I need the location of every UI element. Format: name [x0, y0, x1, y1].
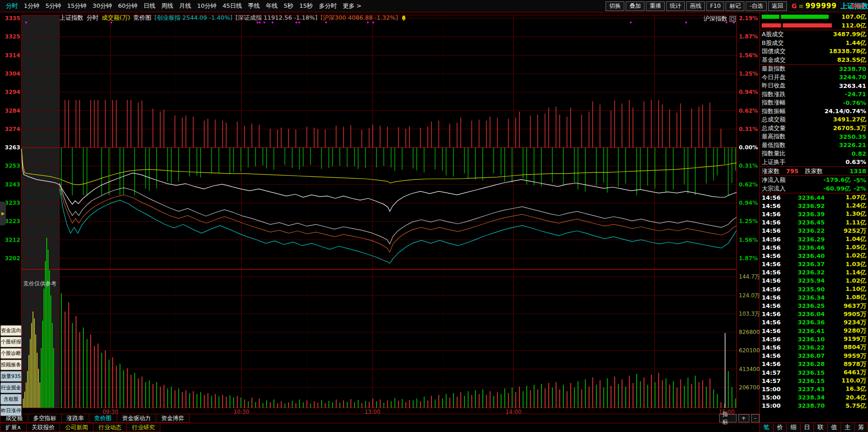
info-tab-4[interactable]: 行业研究	[127, 423, 160, 432]
advancers-count: 795	[786, 168, 798, 175]
info-tab-1[interactable]: 关联报价	[27, 423, 60, 432]
toolbar-button-7[interactable]: -自选	[746, 1, 767, 11]
indicator-tab-1[interactable]: 多空指标	[28, 414, 62, 423]
period-tab-4[interactable]: 30分钟	[93, 2, 112, 10]
svg-text:竞价仅供参考: 竞价仅供参考	[23, 280, 56, 287]
tick-row-20[interactable]: 14:563236.288978万	[760, 360, 868, 368]
chart-mode-label[interactable]: 分时	[87, 14, 98, 22]
period-tab-13[interactable]: 5秒	[284, 2, 293, 10]
tick-row-7[interactable]: 14:563236.401.02亿	[760, 252, 868, 260]
indicator-label[interactable]: 成交额(万)	[102, 14, 130, 22]
auction-chart-label[interactable]: 竞价图	[133, 14, 151, 22]
sidebar-item-5[interactable]: 行业掘金	[0, 383, 22, 393]
tick-row-16[interactable]: 14:563236.419280万	[760, 327, 868, 335]
info-tab-0[interactable]: 扩展∧	[0, 423, 27, 432]
overlay-hs300[interactable]: [沪深300 4086.88 -1.32%]	[321, 14, 398, 22]
tick-row-21[interactable]: 14:573236.156461万	[760, 368, 868, 377]
period-tab-6[interactable]: 日线	[143, 2, 155, 10]
quote-tab-3[interactable]: 日	[801, 423, 814, 432]
tick-row-13[interactable]: 14:563236.259637万	[760, 301, 868, 310]
toolbar-button-0[interactable]: 切换	[606, 1, 624, 11]
indicator-tab-2[interactable]: 涨跌率	[62, 414, 90, 423]
svg-text:0.94%: 0.94%	[739, 89, 758, 95]
toolbar-button-6[interactable]: 标记	[726, 1, 744, 11]
period-tab-7[interactable]: 周线	[161, 2, 173, 10]
sidebar-item-7[interactable]: 昨日涨停	[0, 405, 22, 416]
quote-tab-4[interactable]: 联	[814, 423, 828, 432]
indicator-button[interactable]: 指标	[719, 414, 737, 422]
quote-tab-7[interactable]: 筹	[855, 423, 868, 432]
tick-row-25[interactable]: 15:003238.705.75亿	[760, 402, 868, 410]
zoom-out-button[interactable]: -	[751, 414, 759, 422]
indicator-tab-4[interactable]: 资金驱动力	[117, 414, 157, 423]
menu-icon[interactable]: ≡	[798, 3, 803, 10]
toolbar-button-5[interactable]: F10	[706, 1, 724, 11]
period-tab-8[interactable]: 月线	[179, 2, 191, 10]
overlay-szcomp[interactable]: [深证成指 11912.56 -1.18%]	[235, 14, 317, 22]
sidebar-item-0[interactable]: 资金流向	[0, 325, 22, 336]
tick-row-22[interactable]: 14:573236.15110.0万	[760, 377, 868, 385]
tick-row-15[interactable]: 14:563236.369234万	[760, 318, 868, 327]
toolbar-button-8[interactable]: 返回	[768, 1, 787, 11]
period-tab-2[interactable]: 5分钟	[45, 2, 61, 10]
tick-row-8[interactable]: 14:563236.371.03亿	[760, 260, 868, 268]
sidebar-item-1[interactable]: 个股研报	[0, 337, 22, 347]
tick-row-6[interactable]: 14:563236.461.05亿	[760, 243, 868, 252]
zoom-in-button[interactable]: +	[738, 414, 749, 422]
tick-row-23[interactable]: 15:003237.4316.3亿	[760, 385, 868, 393]
sidebar-item-6[interactable]: 含权股	[0, 394, 22, 405]
toolbar-button-1[interactable]: 叠加	[626, 1, 644, 11]
window-icon[interactable]	[730, 16, 736, 22]
svg-text:1.87%: 1.87%	[739, 255, 758, 262]
tick-row-11[interactable]: 14:563235.901.10亿	[760, 285, 868, 293]
indicator-tab-5[interactable]: 资金博弈	[156, 414, 190, 423]
quote-tab-1[interactable]: 价	[774, 423, 787, 432]
sidebar-item-2[interactable]: 个股诊断	[0, 348, 22, 359]
period-tab-3[interactable]: 15分钟	[67, 2, 87, 10]
tick-row-1[interactable]: 14:563236.921.24亿	[760, 202, 868, 210]
tick-row-12[interactable]: 14:563236.341.08亿	[760, 293, 868, 301]
indicator-controls: 指标 + -	[717, 414, 759, 422]
period-tab-15[interactable]: 多分时	[319, 2, 337, 10]
tick-row-0[interactable]: 14:563236.441.07亿	[760, 193, 868, 202]
period-tab-12[interactable]: 年线	[266, 2, 278, 10]
bell-icon[interactable]	[401, 15, 406, 21]
toolbar-button-3[interactable]: 统计	[666, 1, 685, 11]
tick-row-3[interactable]: 14:563236.451.11亿	[760, 219, 868, 227]
intraday-chart[interactable]: 3335332533143304329432843274326332533243…	[0, 12, 759, 432]
tick-row-5[interactable]: 14:563236.291.04亿	[760, 235, 868, 243]
sidebar-item-4[interactable]: 放量935	[0, 371, 22, 382]
quote-tab-5[interactable]: 值	[828, 423, 841, 432]
tick-row-10[interactable]: 14:563235.941.02亿	[760, 277, 868, 285]
index-group[interactable]: 沪深指数	[704, 15, 736, 23]
quote-tab-2[interactable]: 细	[787, 423, 801, 432]
svg-text:1.87%: 1.87%	[739, 33, 758, 40]
toolbar-button-4[interactable]: 画线	[686, 1, 705, 11]
info-tab-2[interactable]: 公司新闻	[60, 423, 93, 432]
quote-tab-6[interactable]: 主	[841, 423, 855, 432]
toolbar-button-2[interactable]: 重播	[646, 1, 665, 11]
tick-row-24[interactable]: 15:003238.3420.4亿	[760, 394, 868, 402]
tick-row-4[interactable]: 14:563236.229252万	[760, 227, 868, 235]
tick-row-2[interactable]: 14:563236.391.30亿	[760, 210, 868, 218]
period-tab-14[interactable]: 15秒	[300, 2, 313, 10]
period-tab-0[interactable]: 分时	[6, 2, 18, 10]
tick-row-14[interactable]: 14:563236.049905万	[760, 310, 868, 318]
period-tab-1[interactable]: 1分钟	[24, 2, 39, 10]
period-tab-16[interactable]: 更多 >	[343, 2, 361, 10]
period-tab-9[interactable]: 10分钟	[197, 2, 217, 10]
overlay-chinext[interactable]: [创业板指 2544.09 -1.40%]	[154, 14, 232, 22]
collapse-panel-handle[interactable]: ▶	[0, 202, 6, 225]
tick-row-19[interactable]: 14:563236.079959万	[760, 352, 868, 360]
indicator-tab-3[interactable]: 竞价图	[89, 414, 117, 423]
tick-row-9[interactable]: 14:563236.321.14亿	[760, 268, 868, 277]
stock-code: 999999	[805, 2, 837, 10]
info-tab-3[interactable]: 行业动态	[93, 423, 127, 432]
period-tab-5[interactable]: 60分钟	[118, 2, 138, 10]
tick-row-17[interactable]: 14:563236.109199万	[760, 335, 868, 343]
quote-tab-0[interactable]: 笔	[760, 423, 774, 432]
period-tab-10[interactable]: 45日线	[223, 2, 242, 10]
period-tab-11[interactable]: 季线	[248, 2, 260, 10]
tick-row-18[interactable]: 14:563236.228804万	[760, 343, 868, 351]
sidebar-item-3[interactable]: 投顾服务	[0, 360, 22, 370]
